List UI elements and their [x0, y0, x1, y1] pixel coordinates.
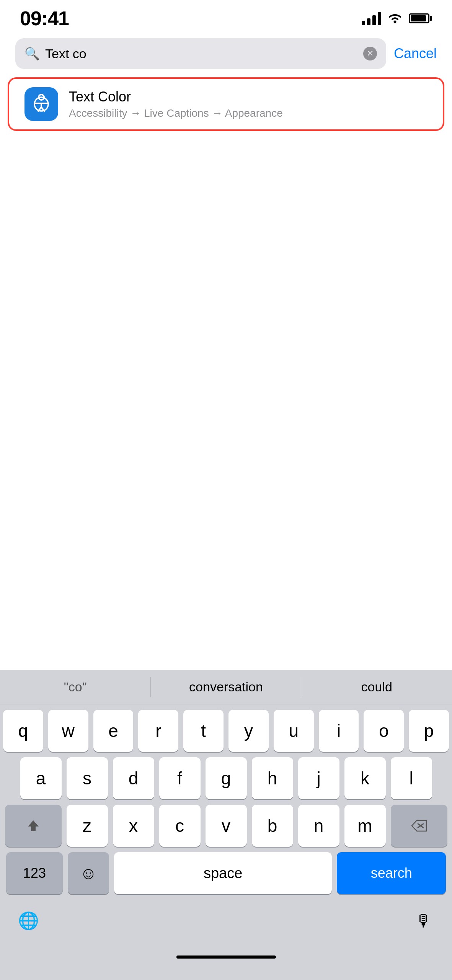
search-input[interactable]: [45, 46, 358, 61]
key-row-3: z x c v b n m: [3, 805, 449, 847]
globe-mic-row: 🌐 🎙: [0, 894, 452, 942]
key-r[interactable]: r: [138, 710, 178, 752]
key-row-2: a s d f g h j k l: [3, 757, 449, 799]
key-v[interactable]: v: [206, 805, 247, 847]
status-icons: [362, 11, 432, 25]
key-e[interactable]: e: [93, 710, 134, 752]
signal-icon: [362, 11, 381, 25]
space-key[interactable]: space: [114, 852, 332, 894]
key-a[interactable]: a: [20, 757, 62, 799]
search-clear-button[interactable]: ✕: [363, 47, 377, 60]
autocorrect-bar: "co" conversation could: [0, 670, 452, 704]
result-icon-accessibility: [24, 87, 58, 121]
search-container: 🔍 ✕ Cancel: [0, 34, 452, 74]
autocorrect-item-1[interactable]: conversation: [151, 670, 302, 704]
key-l[interactable]: l: [391, 757, 432, 799]
result-breadcrumb: Accessibility → Live Captions → Appearan…: [69, 107, 428, 119]
key-x[interactable]: x: [113, 805, 154, 847]
key-y[interactable]: y: [228, 710, 269, 752]
result-item-text-color[interactable]: Text Color Accessibility → Live Captions…: [8, 77, 444, 131]
search-key[interactable]: search: [337, 852, 446, 894]
key-d[interactable]: d: [113, 757, 154, 799]
result-text-group: Text Color Accessibility → Live Captions…: [69, 89, 428, 119]
key-t[interactable]: t: [183, 710, 224, 752]
key-w[interactable]: w: [48, 710, 88, 752]
result-title: Text Color: [69, 89, 428, 105]
key-rows: q w e r t y u i o p a s d f g h j k l: [0, 704, 452, 894]
key-i[interactable]: i: [319, 710, 359, 752]
results-list: Text Color Accessibility → Live Captions…: [0, 77, 452, 131]
key-c[interactable]: c: [159, 805, 201, 847]
mic-key[interactable]: 🎙: [403, 900, 444, 942]
svg-point-0: [394, 21, 397, 23]
emoji-key[interactable]: ☺: [68, 852, 109, 894]
shift-key[interactable]: [5, 805, 62, 847]
search-bar: 🔍 ✕: [15, 38, 386, 69]
key-f[interactable]: f: [159, 757, 201, 799]
key-p[interactable]: p: [409, 710, 449, 752]
key-k[interactable]: k: [344, 757, 386, 799]
battery-icon: [409, 13, 432, 23]
key-o[interactable]: o: [364, 710, 404, 752]
key-row-1: q w e r t y u i o p: [3, 710, 449, 752]
key-j[interactable]: j: [298, 757, 339, 799]
cancel-button[interactable]: Cancel: [394, 46, 437, 62]
globe-key[interactable]: 🌐: [8, 900, 49, 942]
key-m[interactable]: m: [344, 805, 386, 847]
numbers-key[interactable]: 123: [6, 852, 63, 894]
backspace-key[interactable]: [391, 805, 447, 847]
key-h[interactable]: h: [252, 757, 293, 799]
content-area: [0, 135, 452, 602]
search-icon: 🔍: [24, 47, 40, 60]
wifi-icon: [387, 13, 403, 24]
status-time: 09:41: [20, 7, 69, 30]
key-b[interactable]: b: [252, 805, 293, 847]
status-bar: 09:41: [0, 0, 452, 34]
home-bar: [176, 956, 276, 959]
key-row-4: 123 ☺ space search: [3, 852, 449, 894]
key-g[interactable]: g: [206, 757, 247, 799]
autocorrect-item-0[interactable]: "co": [0, 670, 151, 704]
home-indicator: [0, 946, 452, 969]
keyboard: "co" conversation could q w e r t y u i …: [0, 670, 452, 980]
key-z[interactable]: z: [67, 805, 108, 847]
key-u[interactable]: u: [274, 710, 314, 752]
autocorrect-item-2[interactable]: could: [301, 670, 452, 704]
key-s[interactable]: s: [67, 757, 108, 799]
key-q[interactable]: q: [3, 710, 43, 752]
key-n[interactable]: n: [298, 805, 339, 847]
